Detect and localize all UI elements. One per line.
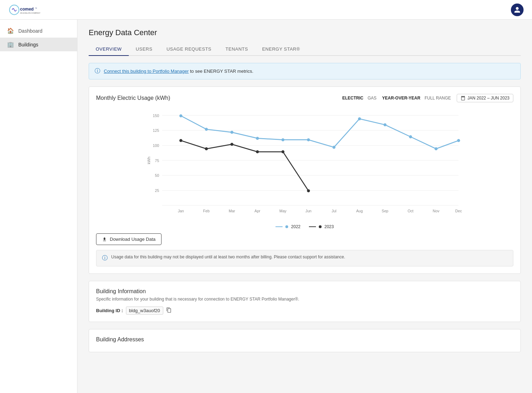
chart-svg: 150 125 100 75 50 25 kWh Jan Feb Mar Apr [96,108,513,220]
sidebar-item-buildings-label: Buildings [18,42,38,47]
sidebar: 🏠 Dashboard 🏢 Buildings [0,20,77,393]
svg-text:Nov: Nov [433,209,440,213]
portfolio-manager-link[interactable]: Connect this building to Portfolio Manag… [104,69,189,74]
note-info-icon: ⓘ [102,255,108,262]
info-banner: ⓘ Connect this building to Portfolio Man… [89,63,521,79]
svg-point-43 [205,147,208,150]
svg-point-40 [435,147,438,150]
info-banner-text: Connect this building to Portfolio Manag… [104,69,253,74]
svg-point-32 [230,131,234,134]
tabs-bar: OVERVIEW USERS USAGE REQUESTS TENANTS EN… [89,43,521,56]
tab-overview[interactable]: OVERVIEW [89,43,129,56]
date-range-button[interactable]: JAN 2022 – JUN 2023 [457,94,513,102]
svg-point-39 [409,135,412,138]
svg-point-38 [384,123,387,127]
building-id-label: Building ID : [96,308,123,313]
svg-text:Jul: Jul [331,209,336,213]
chart-toggle: ELECTRIC GAS [342,96,376,101]
svg-text:Mar: Mar [229,209,235,213]
svg-point-47 [307,189,310,192]
svg-text:kWh: kWh [147,157,151,164]
building-addresses-title: Building Addresses [96,336,513,343]
building-id-value: bldg_w3auof20 [126,307,163,315]
home-icon: 🏠 [7,27,14,34]
tab-users[interactable]: USERS [129,43,159,56]
chart-container: 150 125 100 75 50 25 kWh Jan Feb Mar Apr [96,108,513,221]
toggle-gas[interactable]: GAS [368,96,376,101]
svg-text:™: ™ [35,7,37,9]
svg-text:100: 100 [153,143,159,148]
building-info-card: Building Information Specific informatio… [89,281,521,322]
svg-point-41 [457,139,460,142]
date-range-label: JAN 2022 – JUN 2023 [468,96,509,101]
legend-2022-label: 2022 [291,224,300,229]
download-usage-data-button[interactable]: Download Usage Data [96,233,162,245]
svg-text:Jun: Jun [305,209,311,213]
svg-text:AN EXELON COMPANY: AN EXELON COMPANY [20,12,40,14]
svg-text:Oct: Oct [408,209,414,213]
sidebar-item-buildings[interactable]: 🏢 Buildings [0,38,77,51]
svg-point-42 [179,139,183,142]
chart-legend: 2022 2023 [96,224,513,229]
svg-text:comed: comed [20,6,34,11]
building-addresses-card: Building Addresses [89,329,521,352]
svg-text:75: 75 [155,159,159,163]
svg-point-44 [230,143,234,146]
svg-point-34 [281,138,285,141]
main-content: Energy Data Center OVERVIEW USERS USAGE … [77,20,532,393]
svg-point-35 [307,138,310,141]
svg-point-36 [332,146,336,149]
legend-2022: 2022 [276,224,300,229]
tab-energy-star[interactable]: ENERGY STAR® [255,43,307,56]
svg-text:May: May [279,209,287,213]
building-info-title: Building Information [96,288,513,295]
tab-tenants[interactable]: TENANTS [218,43,255,56]
svg-text:25: 25 [155,188,159,193]
chart-header: Monthly Electric Usage (kWh) ELECTRIC GA… [96,94,513,102]
legend-2023: 2023 [309,224,334,229]
range-year-over-year[interactable]: YEAR-OVER-YEAR [382,96,420,101]
svg-point-31 [205,128,208,131]
svg-text:Sep: Sep [382,209,388,213]
download-icon [102,237,107,242]
svg-text:125: 125 [153,128,159,133]
chart-range: YEAR-OVER-YEAR FULL RANGE [382,96,451,101]
buildings-icon: 🏢 [7,41,14,48]
note-text: Usage data for this building may not be … [111,255,345,259]
tab-usage-requests[interactable]: USAGE REQUESTS [159,43,218,56]
sidebar-item-dashboard[interactable]: 🏠 Dashboard [0,24,77,38]
svg-point-33 [256,137,259,140]
toggle-electric[interactable]: ELECTRIC [342,96,363,101]
building-id-row: Building ID : bldg_w3auof20 [96,307,513,315]
usage-note: ⓘ Usage data for this building may not b… [96,250,513,266]
svg-text:Aug: Aug [356,209,363,213]
svg-text:Dec: Dec [455,209,462,213]
calendar-icon [461,96,466,101]
sidebar-item-dashboard-label: Dashboard [18,28,43,34]
svg-text:Apr: Apr [254,209,260,213]
svg-point-46 [281,150,285,154]
svg-point-37 [358,117,361,121]
svg-point-45 [256,150,259,154]
info-icon: ⓘ [95,67,100,75]
chart-title: Monthly Electric Usage (kWh) [96,95,170,101]
copy-icon[interactable] [166,307,172,314]
page-title: Energy Data Center [89,28,521,37]
svg-text:Jan: Jan [178,209,184,213]
svg-text:50: 50 [155,173,159,178]
range-full-range[interactable]: FULL RANGE [425,96,451,101]
chart-card: Monthly Electric Usage (kWh) ELECTRIC GA… [89,86,521,274]
svg-point-30 [179,114,183,117]
user-avatar[interactable] [511,4,524,16]
legend-2023-label: 2023 [324,224,334,229]
chart-controls: ELECTRIC GAS YEAR-OVER-YEAR FULL RANGE J… [342,94,513,102]
logo-area: comed AN EXELON COMPANY ™ [8,4,51,16]
download-button-label: Download Usage Data [110,237,156,242]
building-info-subtitle: Specific information for your building t… [96,297,513,302]
svg-text:150: 150 [153,114,159,118]
svg-text:Feb: Feb [203,209,209,213]
